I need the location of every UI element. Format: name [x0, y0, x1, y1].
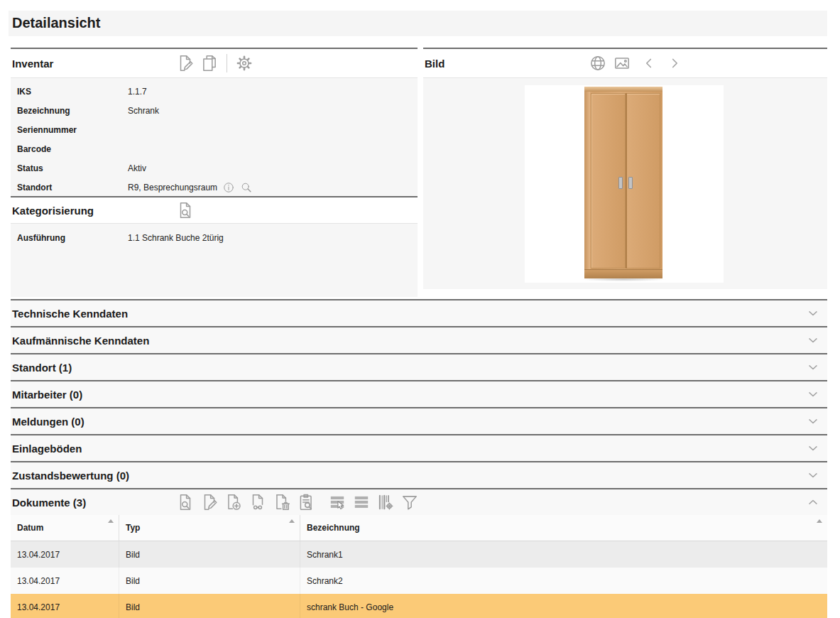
field-value: Schrank [128, 106, 159, 116]
inventory-image[interactable] [525, 85, 724, 283]
copy-inventory-button[interactable] [200, 54, 219, 72]
field-value: 1.1 Schrank Buche 2türig [128, 233, 224, 243]
section-standort[interactable]: Standort (1) [11, 353, 827, 380]
column-header-datum[interactable]: Datum [11, 515, 119, 541]
field-label: Standort [17, 183, 128, 193]
document-report-button[interactable] [297, 493, 315, 511]
section-label: Mitarbeiter (0) [12, 389, 82, 401]
list-view-button[interactable] [352, 493, 371, 511]
table-row[interactable]: 13.04.2017 Bild Schrank2 [11, 568, 827, 594]
delete-document-button[interactable] [273, 493, 291, 511]
chevron-down-icon [806, 306, 820, 320]
table-row[interactable]: 13.04.2017 Bild schrank Buch - Google [11, 594, 827, 618]
sort-ascending-icon [108, 519, 114, 523]
section-label: Technische Kenndaten [12, 308, 128, 320]
section-zustandsbewertung[interactable]: Zustandsbewertung (0) [11, 461, 827, 488]
bild-panel-header: Bild [423, 49, 827, 78]
field-label: Bezeichnung [17, 106, 128, 116]
chevron-down-icon [806, 468, 820, 482]
next-image-button[interactable] [667, 55, 682, 71]
filter-icon [400, 493, 419, 511]
copy-icon [200, 54, 219, 72]
table-row[interactable]: 13.04.2017 Bild Schrank1 [11, 541, 827, 568]
view-document-button[interactable] [176, 493, 195, 511]
edit-inventory-button[interactable] [176, 54, 195, 72]
edit-document-button[interactable] [200, 493, 219, 511]
bild-body [423, 78, 827, 289]
document-search-icon [176, 201, 195, 219]
gear-icon [235, 54, 253, 72]
image-icon [613, 54, 631, 72]
cell-datum: 13.04.2017 [11, 568, 119, 594]
column-label: Datum [17, 523, 43, 533]
cell-bezeichnung: Schrank2 [300, 568, 827, 594]
cell-typ: Bild [119, 541, 300, 568]
inventar-fields: IKS 1.1.7 Bezeichnung Schrank Seriennumm… [11, 78, 418, 196]
chevron-down-icon [806, 441, 820, 455]
field-label: Barcode [17, 144, 128, 154]
column-label: Typ [126, 523, 140, 533]
section-dokumente[interactable]: Dokumente (3) [11, 488, 827, 515]
section-meldungen[interactable]: Meldungen (0) [11, 407, 827, 434]
document-delete-icon [273, 493, 291, 511]
document-link-icon [249, 493, 267, 511]
table-select-icon [328, 493, 347, 511]
kategorisierung-panel: Kategorisierung Ausführung 1.1 Schrank B… [11, 196, 418, 297]
column-header-typ[interactable]: Typ [119, 515, 300, 541]
cell-datum: 13.04.2017 [11, 594, 119, 618]
cell-typ: Bild [119, 568, 300, 594]
select-rows-button[interactable] [328, 493, 347, 511]
field-row-iks: IKS 1.1.7 [11, 82, 418, 101]
standort-value: R9, Besprechungsraum [128, 183, 217, 193]
filter-button[interactable] [400, 493, 419, 511]
document-search-icon [176, 493, 195, 511]
dokumente-table: Datum Typ Bezeichnung 13.04.2017 Bild Sc… [11, 515, 827, 618]
barcode-settings-icon [376, 493, 395, 511]
section-kaufmaennische-kenndaten[interactable]: Kaufmännische Kenndaten [11, 326, 827, 353]
field-value: R9, Besprechungsraum [128, 181, 253, 194]
section-label: Standort (1) [12, 362, 72, 374]
open-image-web-button[interactable] [589, 54, 607, 72]
globe-icon [589, 54, 607, 72]
cell-bezeichnung: schrank Buch - Google [300, 594, 827, 618]
link-document-button[interactable] [249, 493, 267, 511]
section-label: Zustandsbewertung (0) [12, 470, 129, 482]
chevron-right-icon [667, 55, 682, 71]
search-icon[interactable] [240, 181, 253, 194]
sort-ascending-icon [817, 519, 822, 523]
barcode-settings-button[interactable] [376, 493, 395, 511]
section-mitarbeiter[interactable]: Mitarbeiter (0) [11, 380, 827, 407]
column-header-bezeichnung[interactable]: Bezeichnung [300, 515, 827, 541]
column-label: Bezeichnung [307, 523, 360, 533]
chevron-up-icon [806, 495, 820, 509]
kategorisierung-panel-title: Kategorisierung [11, 205, 94, 217]
add-document-button[interactable] [224, 493, 243, 511]
field-label: Ausführung [17, 233, 128, 243]
rows-icon [352, 493, 371, 511]
field-row-barcode: Barcode [11, 139, 418, 158]
view-image-button[interactable] [613, 54, 631, 72]
previous-image-button[interactable] [641, 55, 657, 71]
bild-toolbar [589, 54, 682, 72]
toolbar-separator [227, 54, 227, 72]
settings-button[interactable] [235, 54, 253, 72]
page-title: Detailansicht [9, 11, 827, 36]
info-icon[interactable] [222, 181, 235, 194]
section-technische-kenndaten[interactable]: Technische Kenndaten [11, 299, 827, 326]
section-label: Einlageböden [12, 443, 82, 455]
sort-ascending-icon [289, 519, 295, 523]
cell-datum: 13.04.2017 [11, 541, 119, 568]
field-row-ausfuehrung: Ausführung 1.1 Schrank Buche 2türig [11, 228, 418, 247]
inventar-panel: Inventar [11, 48, 418, 196]
document-edit-icon [176, 54, 195, 72]
section-label: Dokumente (3) [12, 497, 86, 509]
inventar-panel-title: Inventar [11, 58, 53, 70]
field-row-standort: Standort R9, Besprechungsraum [11, 178, 418, 197]
view-categorization-button[interactable] [176, 201, 195, 219]
cabinet-image [584, 87, 662, 278]
chevron-down-icon [806, 360, 820, 374]
inventar-toolbar [176, 54, 253, 72]
field-row-status: Status Aktiv [11, 158, 418, 178]
section-einlageboeden[interactable]: Einlageböden [11, 434, 827, 461]
chevron-down-icon [806, 387, 820, 401]
